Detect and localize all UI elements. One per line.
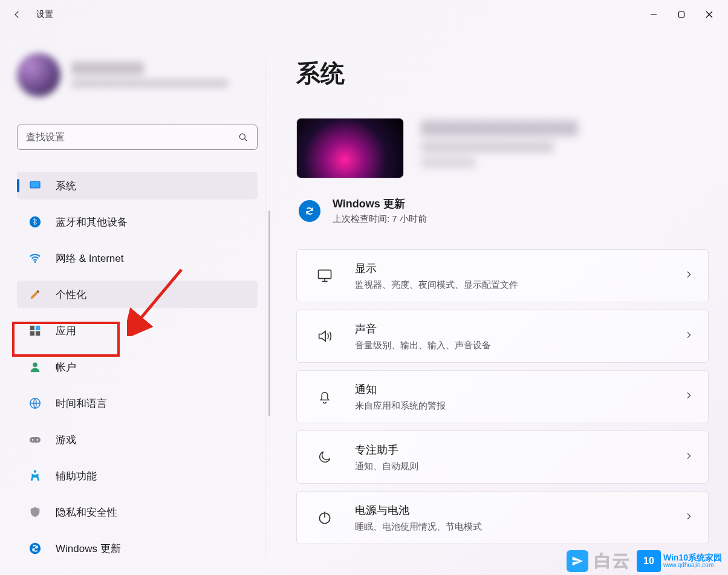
card-focus-assist[interactable]: 专注助手通知、自动规则 bbox=[296, 430, 709, 484]
close-button[interactable] bbox=[695, 5, 723, 24]
svg-point-19 bbox=[34, 470, 36, 472]
sidebar-item-label: 蓝牙和其他设备 bbox=[56, 215, 128, 229]
divider bbox=[265, 60, 265, 556]
sidebar-item-label: 网络 & Internet bbox=[56, 252, 123, 265]
sync-icon bbox=[28, 541, 42, 556]
svg-rect-12 bbox=[30, 331, 34, 336]
svg-point-4 bbox=[239, 134, 245, 139]
svg-rect-16 bbox=[30, 437, 41, 443]
shield-icon bbox=[28, 505, 42, 519]
sidebar-item-label: 系统 bbox=[56, 179, 76, 193]
svg-rect-7 bbox=[31, 182, 40, 187]
search-icon bbox=[238, 132, 249, 143]
titlebar: 设置 bbox=[0, 0, 728, 29]
card-subtitle: 音量级别、输出、输入、声音设备 bbox=[355, 340, 684, 351]
gamepad-icon bbox=[28, 432, 42, 447]
watermarks: 白云 10 Win10系统家园 www.qdhuajin.com bbox=[567, 550, 722, 573]
card-subtitle: 通知、自动规则 bbox=[355, 461, 684, 472]
person-icon bbox=[28, 360, 42, 374]
card-notifications[interactable]: 通知来自应用和系统的警报 bbox=[296, 370, 709, 423]
wifi-icon bbox=[28, 251, 42, 265]
main-content: 系统 Windows 更新 上次检查时间: 7 小时前 显示监视器、亮度、夜间模… bbox=[266, 29, 728, 575]
sync-icon bbox=[299, 200, 320, 222]
caption-controls bbox=[640, 5, 723, 24]
card-title: 显示 bbox=[355, 261, 684, 276]
sidebar-item-label: 个性化 bbox=[56, 288, 86, 302]
svg-point-20 bbox=[30, 543, 41, 554]
page-title: 系统 bbox=[296, 57, 709, 90]
bluetooth-icon bbox=[28, 215, 42, 229]
sidebar-item-gaming[interactable]: 游戏 bbox=[17, 426, 258, 453]
maximize-button[interactable] bbox=[668, 5, 695, 24]
svg-point-9 bbox=[34, 261, 36, 263]
update-title: Windows 更新 bbox=[333, 197, 427, 211]
sidebar-item-accounts[interactable]: 帐户 bbox=[17, 353, 258, 381]
minimize-button[interactable] bbox=[640, 5, 668, 24]
globe-clock-icon bbox=[28, 396, 42, 411]
card-power[interactable]: 电源与电池睡眠、电池使用情况、节电模式 bbox=[296, 491, 709, 544]
device-info bbox=[296, 118, 709, 178]
watermark-logo-1 bbox=[567, 550, 588, 572]
svg-point-14 bbox=[33, 362, 37, 367]
monitor-icon bbox=[311, 267, 338, 284]
sidebar: 查找设置 系统 蓝牙和其他设备 网络 & Internet 个性化 bbox=[0, 29, 266, 575]
svg-rect-1 bbox=[679, 12, 684, 18]
speaker-icon bbox=[311, 328, 338, 345]
sidebar-item-time-language[interactable]: 时间和语言 bbox=[17, 389, 258, 417]
card-title: 通知 bbox=[355, 382, 684, 397]
scrollbar-thumb[interactable] bbox=[268, 210, 270, 416]
sidebar-item-label: 时间和语言 bbox=[56, 397, 107, 411]
sidebar-item-label: 游戏 bbox=[56, 433, 76, 447]
sidebar-item-system[interactable]: 系统 bbox=[17, 172, 258, 200]
chevron-right-icon bbox=[684, 270, 694, 282]
sidebar-item-label: Windows 更新 bbox=[56, 542, 121, 556]
svg-rect-10 bbox=[30, 326, 34, 330]
card-title: 声音 bbox=[355, 322, 684, 336]
card-sound[interactable]: 声音音量级别、输出、输入、声音设备 bbox=[296, 310, 709, 363]
sidebar-item-windows-update[interactable]: Windows 更新 bbox=[17, 534, 258, 562]
avatar bbox=[17, 53, 60, 97]
brush-icon bbox=[28, 287, 42, 302]
sidebar-item-privacy[interactable]: 隐私和安全性 bbox=[17, 498, 258, 526]
desktop-thumbnail bbox=[296, 118, 404, 178]
svg-rect-13 bbox=[36, 331, 40, 336]
sidebar-item-apps[interactable]: 应用 bbox=[17, 317, 258, 345]
chevron-right-icon bbox=[684, 330, 694, 342]
apps-icon bbox=[28, 323, 42, 338]
card-display[interactable]: 显示监视器、亮度、夜间模式、显示配置文件 bbox=[296, 249, 709, 302]
moon-icon bbox=[311, 449, 338, 465]
chevron-right-icon bbox=[684, 451, 694, 463]
sidebar-item-bluetooth[interactable]: 蓝牙和其他设备 bbox=[17, 208, 258, 236]
search-input[interactable]: 查找设置 bbox=[17, 125, 258, 150]
display-icon bbox=[28, 178, 42, 193]
watermark-logo-2: 10 Win10系统家园 www.qdhuajin.com bbox=[637, 550, 722, 572]
bell-icon bbox=[311, 389, 338, 404]
windows-update-tile[interactable]: Windows 更新 上次检查时间: 7 小时前 bbox=[296, 197, 709, 225]
card-subtitle: 来自应用和系统的警报 bbox=[355, 400, 684, 412]
sidebar-item-network[interactable]: 网络 & Internet bbox=[17, 244, 258, 272]
window-title: 设置 bbox=[36, 9, 53, 20]
watermark-text-1: 白云 bbox=[594, 550, 631, 573]
sidebar-item-label: 帐户 bbox=[56, 360, 76, 374]
card-title: 专注助手 bbox=[355, 443, 684, 457]
svg-rect-22 bbox=[319, 270, 331, 279]
accessibility-icon bbox=[28, 469, 42, 483]
card-subtitle: 睡眠、电池使用情况、节电模式 bbox=[355, 521, 684, 533]
sidebar-item-accessibility[interactable]: 辅助功能 bbox=[17, 462, 258, 490]
nav: 系统 蓝牙和其他设备 网络 & Internet 个性化 应用 帐户 bbox=[17, 172, 258, 562]
update-subtitle: 上次检查时间: 7 小时前 bbox=[333, 213, 427, 225]
sidebar-item-personalization[interactable]: 个性化 bbox=[17, 281, 258, 308]
arrow-left-icon bbox=[11, 9, 22, 20]
svg-point-17 bbox=[32, 439, 34, 441]
svg-rect-11 bbox=[36, 326, 40, 330]
chevron-right-icon bbox=[684, 512, 694, 524]
sidebar-item-label: 隐私和安全性 bbox=[56, 505, 117, 519]
power-icon bbox=[311, 510, 338, 525]
account-block[interactable] bbox=[17, 51, 258, 99]
search-placeholder: 查找设置 bbox=[26, 131, 65, 144]
sidebar-item-label: 应用 bbox=[56, 324, 76, 338]
card-subtitle: 监视器、亮度、夜间模式、显示配置文件 bbox=[355, 279, 684, 291]
back-button[interactable] bbox=[5, 2, 29, 27]
svg-point-18 bbox=[37, 439, 39, 441]
svg-line-5 bbox=[244, 138, 247, 141]
